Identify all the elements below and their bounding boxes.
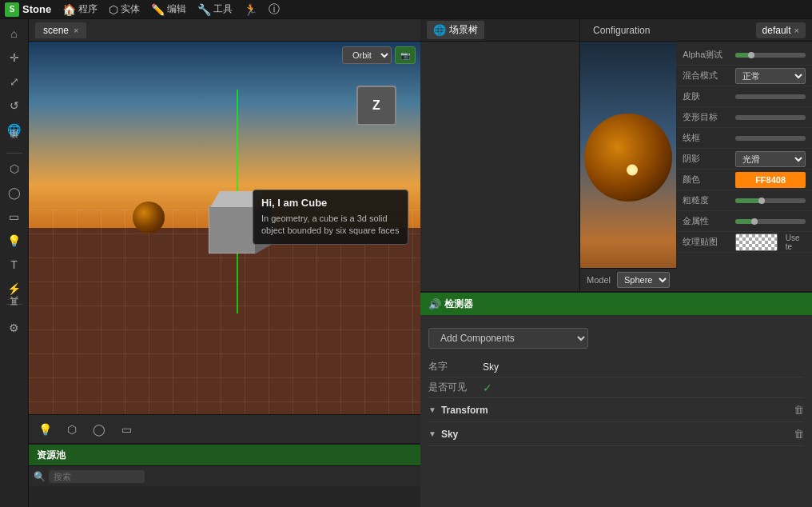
color-box[interactable]: FF8408 — [735, 172, 806, 188]
morph-row: 变形目标 — [676, 107, 812, 128]
viewport-toolbar: Orbit 📷 — [342, 46, 416, 64]
search-input[interactable] — [49, 470, 145, 483]
sidebar-globe[interactable]: 🌐 — [3, 118, 26, 141]
icon-sphere-btn[interactable]: ◯ — [88, 418, 110, 441]
scene-panel: scene × Hi, I am Cube — [29, 19, 420, 507]
visible-check-icon[interactable]: ✓ — [483, 381, 492, 394]
sidebar-plane[interactable]: ▭ — [3, 206, 26, 228]
menu-tools2[interactable]: 🏃 — [244, 3, 257, 16]
wireframe-slider[interactable] — [735, 136, 806, 141]
use-te-label: Use te — [786, 234, 806, 251]
inspector-tab: 🔊 检测器 — [420, 293, 812, 315]
metalness-fill — [735, 219, 753, 224]
model-label: Model — [587, 275, 611, 285]
metalness-slider[interactable] — [735, 219, 806, 224]
inspector-tab-icon: 🔊 — [428, 298, 441, 310]
tools1-icon: 🔧 — [197, 3, 211, 16]
z-axis-cube[interactable]: Z — [356, 86, 396, 126]
roughness-slider[interactable] — [735, 198, 806, 203]
color-value: FF8408 — [755, 175, 786, 185]
shadow-select[interactable]: 光滑 — [735, 151, 806, 167]
transform-trash-icon[interactable]: 🗑 — [794, 404, 804, 416]
sidebar-light[interactable]: 💡 — [3, 230, 26, 252]
sidebar-rotate[interactable]: ↺ — [3, 94, 26, 117]
config-model-row: Model Sphere — [580, 268, 676, 291]
icon-light-btn[interactable]: 💡 — [34, 418, 56, 441]
search-icon: 🔍 — [34, 471, 46, 482]
icon-plane-btn[interactable]: ▭ — [115, 418, 137, 441]
alpha-dot — [748, 52, 754, 58]
config-tab-item[interactable]: Configuration — [587, 22, 656, 38]
sky-section[interactable]: ▼ Sky 🗑 — [428, 422, 804, 446]
icon-cube-btn[interactable]: ⬡ — [61, 418, 83, 441]
scene-sphere-obj[interactable] — [133, 202, 165, 234]
resource-search-bar: 🔍 — [29, 465, 420, 486]
texture-label: 纹理贴图 — [683, 236, 730, 248]
properties-tab-bar: Configuration default × — [580, 19, 812, 42]
metalness-label: 金属性 — [683, 215, 730, 227]
properties-panel: Alpha测试 混合模式 正常 — [676, 42, 812, 291]
sidebar-text[interactable]: T — [3, 254, 26, 276]
resource-pool: 资源池 🔍 — [29, 443, 420, 507]
sidebar-home[interactable]: ⌂ — [3, 22, 26, 45]
scene-tree-label: 场景树 — [449, 23, 478, 37]
menu-bar: S Stone 🏠 程序 ⬡ 实体 ✏️ 编辑 🔧 工具 🏃 ⓘ — [0, 0, 812, 19]
scene-tab-item[interactable]: scene × — [35, 22, 86, 38]
skin-label: 皮肤 — [683, 90, 730, 102]
props-left: Alpha测试 混合模式 正常 — [676, 42, 812, 291]
sidebar-scale[interactable]: ⤢ — [3, 70, 26, 93]
menu-edit-label: 编辑 — [167, 2, 186, 16]
wireframe-label: 线框 — [683, 132, 730, 144]
orbit-mode-select[interactable]: Orbit — [342, 46, 392, 64]
resource-tab-label: 资源池 — [37, 449, 66, 462]
sidebar-divider2 — [6, 304, 22, 305]
sidebar-sphere[interactable]: ◯ — [3, 182, 26, 204]
transform-section[interactable]: ▼ Transform 🗑 — [428, 398, 804, 422]
menu-tools1-label: 工具 — [213, 2, 233, 16]
add-components-select[interactable]: Add Components — [428, 328, 588, 349]
props-content-area: Model Sphere Alpha测试 — [580, 42, 812, 291]
scene-cube-wrapper — [209, 206, 257, 254]
menu-tools1[interactable]: 🔧 工具 — [197, 2, 233, 16]
sky-trash-icon[interactable]: 🗑 — [794, 428, 804, 440]
shadow-label: 阴影 — [683, 153, 730, 165]
default-tab-item[interactable]: default × — [756, 22, 806, 38]
config-tab-label: Configuration — [593, 25, 650, 36]
default-tab-close[interactable]: × — [794, 26, 799, 35]
menu-edit[interactable]: ✏️ 编辑 — [151, 2, 186, 16]
scene-cube-obj[interactable] — [209, 206, 257, 254]
bottom-icons-bar: 💡 ⬡ ◯ ▭ — [29, 414, 420, 443]
skin-slider[interactable] — [735, 94, 806, 99]
alpha-slider[interactable] — [735, 53, 806, 58]
transform-arrow-icon: ▼ — [428, 405, 436, 414]
menu-entity[interactable]: ⬡ 实体 — [109, 2, 140, 16]
main-layout: ⌂ ✛ ⤢ ↺ 🌐 添加 ⬡ ◯ ▭ 💡 T ⚡ 工具 ⚙ scene × — [0, 19, 812, 507]
texture-box[interactable] — [735, 234, 778, 251]
visible-row: 是否可见 ✓ — [428, 377, 804, 398]
sidebar-brush[interactable]: ⚡ — [3, 277, 26, 300]
preview-sky — [580, 42, 676, 291]
menu-entity-label: 实体 — [121, 2, 140, 16]
sidebar-move[interactable]: ✛ — [3, 46, 26, 69]
scene-tree-panel: 🌐 场景树 — [420, 19, 580, 291]
sidebar-settings[interactable]: ⚙ — [3, 317, 26, 339]
morph-slider[interactable] — [735, 115, 806, 120]
menu-program[interactable]: 🏠 程序 — [62, 2, 98, 16]
wireframe-row: 线框 — [676, 128, 812, 149]
blend-select[interactable]: 正常 — [735, 68, 806, 84]
blend-row: 混合模式 正常 — [676, 66, 812, 86]
resource-tab: 资源池 — [29, 445, 420, 465]
sidebar-cube[interactable]: ⬡ — [3, 158, 26, 180]
roughness-label: 粗糙度 — [683, 194, 730, 206]
scene-tree-tab-item[interactable]: 🌐 场景树 — [427, 21, 484, 39]
metalness-row: 金属性 — [676, 211, 812, 232]
name-label: 名字 — [428, 360, 476, 373]
camera-button[interactable]: 📷 — [395, 46, 416, 64]
add-comp-container: Add Components — [428, 323, 804, 353]
alpha-label: Alpha测试 — [683, 49, 730, 61]
inspector-panel: 🔊 检测器 Add Components 名字 Sky 是否可见 ✓ — [420, 291, 812, 507]
menu-help[interactable]: ⓘ — [269, 2, 280, 17]
scene-tab-close[interactable]: × — [74, 26, 78, 35]
model-select[interactable]: Sphere — [617, 272, 670, 288]
preview-sphere-light — [627, 165, 638, 176]
